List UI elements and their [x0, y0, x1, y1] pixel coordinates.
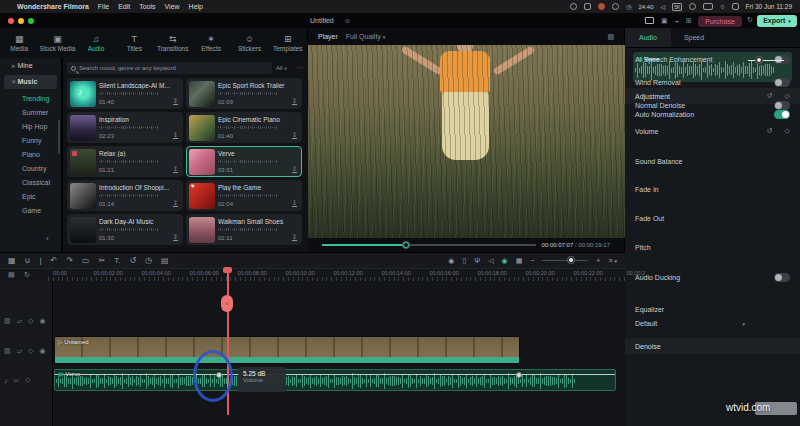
quality-dropdown[interactable]: Full Quality ▾ — [346, 33, 385, 40]
asset-tab[interactable]: ⇆ Transitions — [154, 28, 192, 58]
category-item[interactable]: Country — [0, 161, 61, 175]
status-icon-1[interactable] — [570, 3, 577, 10]
music-card[interactable]: Silent Landscape-AI M... 01:40 ↧ — [67, 78, 183, 109]
download-icon[interactable]: ↧ — [173, 98, 178, 105]
timeline-tool-icon[interactable]: ▭ — [82, 256, 90, 265]
track-header-video-2[interactable]: ▥▱◇◉ — [4, 317, 46, 325]
properties-tab[interactable]: Audio — [625, 28, 671, 47]
timeline-zoom-slider[interactable] — [542, 260, 588, 261]
volume-icon[interactable]: ◁ — [661, 3, 666, 10]
asset-tab[interactable]: T Titles — [115, 28, 153, 58]
render-preview-icon[interactable]: ↻ — [24, 271, 30, 279]
properties-tab[interactable]: Speed — [671, 28, 717, 47]
sidebar-scrollbar[interactable] — [58, 120, 60, 154]
volume-handle-2[interactable] — [516, 372, 522, 378]
sidebar-item-mine[interactable]: ▸ Mine — [0, 58, 61, 73]
menu-item[interactable]: Tools — [139, 3, 155, 10]
timeline-tool-icon[interactable]: ▦ — [8, 256, 16, 265]
category-item[interactable]: Trending — [0, 91, 61, 105]
playhead-handle[interactable]: × — [221, 295, 233, 312]
zoom-window-button[interactable] — [28, 18, 34, 24]
menu-item[interactable]: View — [165, 3, 180, 10]
equalizer-preset-dropdown[interactable]: Default ▾ — [635, 320, 745, 327]
purchase-button[interactable]: Purchase — [698, 16, 742, 27]
timeline-tool-icon[interactable]: ∪ — [25, 256, 31, 265]
asset-tab[interactable]: ▦ Media — [0, 28, 38, 58]
status-icon-2[interactable] — [584, 3, 591, 10]
audio-ducking-toggle[interactable] — [774, 273, 790, 282]
category-item[interactable]: Hip Hop — [0, 119, 61, 133]
more-options-icon[interactable]: ⋯ — [296, 64, 303, 72]
video-clip[interactable]: ▷ Untamed — [54, 336, 520, 364]
music-card[interactable]: Epic Cinematic Piano 01:40 ↧ — [186, 112, 302, 143]
search-bar[interactable]: Search mood, genre or any keyword — [67, 62, 272, 74]
download-icon[interactable]: ↧ — [292, 98, 297, 105]
timeline-tool-icon[interactable]: ↶ — [51, 256, 58, 265]
music-card[interactable]: Walkman Small Shoes 02:11 ↧ — [186, 214, 302, 245]
category-item[interactable]: Game — [0, 203, 61, 217]
denoise-toggle[interactable] — [774, 78, 790, 87]
status-icon-5[interactable] — [689, 3, 696, 10]
download-icon[interactable]: ↧ — [292, 166, 297, 173]
color-scope-icon[interactable]: ▧ — [607, 33, 614, 41]
media-icon[interactable]: ▣ — [661, 17, 668, 25]
timeline-tool-icon[interactable]: ▤ — [161, 256, 169, 265]
minimize-window-button[interactable] — [18, 18, 24, 24]
download-icon[interactable]: ↧ — [173, 234, 178, 241]
menu-item[interactable]: Help — [189, 3, 203, 10]
music-card[interactable]: Introduction Of Shoppi... 01:14 ↧ — [67, 180, 183, 211]
zoom-in-icon[interactable]: + — [596, 257, 600, 264]
status-icon-3[interactable] — [598, 3, 605, 10]
progress-knob[interactable] — [403, 242, 409, 248]
strip-slider[interactable] — [748, 60, 784, 61]
track-manager-dropdown[interactable]: ≡ ▾ — [608, 257, 617, 264]
export-button[interactable]: Export▾ — [757, 15, 797, 27]
denoise-section-header[interactable]: Denoise — [625, 338, 800, 354]
timeline-tool-icon[interactable]: ◷ — [145, 256, 152, 265]
video-preview[interactable] — [308, 45, 625, 238]
app-menu-title[interactable]: Wondershare Filmora — [17, 3, 89, 10]
volume-keyframe-icon[interactable]: ◇ — [785, 127, 790, 135]
music-card[interactable]: Epic Sport Rock Trailer 02:09 ↧ — [186, 78, 302, 109]
timeline-tool-icon[interactable]: ↷ — [66, 256, 73, 265]
playhead-marker[interactable] — [223, 267, 232, 273]
project-settings-icon[interactable]: ⊙ — [345, 17, 350, 24]
asset-tab[interactable]: ⊞ Templates — [269, 28, 307, 58]
category-item[interactable]: Epic — [0, 189, 61, 203]
category-item[interactable]: Classical — [0, 175, 61, 189]
category-item[interactable]: Piano — [0, 147, 61, 161]
zoom-out-icon[interactable]: − — [530, 257, 534, 264]
track-header-audio-1[interactable]: ♪▱◇ — [4, 376, 30, 384]
download-icon[interactable]: ↧ — [292, 234, 297, 241]
audio-mixer-icon[interactable]: ◉ — [502, 257, 508, 265]
status-icon-4[interactable] — [612, 3, 619, 10]
music-card[interactable]: Dark Day-AI Music 01:30 ↧ — [67, 214, 183, 245]
display-icon[interactable] — [645, 17, 654, 24]
audio-clip[interactable]: ▤ Verve — [54, 369, 616, 391]
menu-item[interactable]: File — [98, 3, 109, 10]
snap-icon[interactable]: ▤ — [8, 271, 15, 279]
category-item[interactable]: Funny — [0, 133, 61, 147]
timeline-tool-icon[interactable]: ✂ — [98, 256, 105, 265]
volume-rubber-band[interactable] — [55, 374, 615, 375]
timeline-tool-icon[interactable]: ↺ — [129, 256, 136, 265]
asset-tab[interactable]: ▣ Stock Media — [38, 28, 76, 58]
timeline-ruler[interactable]: ▤ ↻ 00:0000:00:02:0000:00:04:0000:00:06:… — [0, 268, 625, 281]
timeline-tool-icon[interactable]: | — [39, 256, 41, 265]
playback-progress-bar[interactable] — [322, 244, 536, 246]
menu-item[interactable]: Edit — [118, 3, 130, 10]
timeline-tool-icon[interactable]: ◉ — [448, 257, 454, 265]
sync-icon[interactable]: ↻ — [747, 16, 753, 24]
asset-tab[interactable]: ✶ Effects — [192, 28, 230, 58]
keyboard-shortcut-icon[interactable]: ▦ — [516, 257, 523, 265]
download-icon[interactable]: ↧ — [173, 132, 178, 139]
track-header-video-1[interactable]: ▥▱◇◉ — [4, 347, 46, 355]
volume-reset-icon[interactable]: ↺ — [767, 127, 773, 135]
close-window-button[interactable] — [8, 18, 14, 24]
cloud-icon[interactable]: ◒ — [675, 17, 679, 25]
user-icon[interactable] — [732, 3, 739, 10]
search-status-icon[interactable]: ○ — [720, 3, 724, 10]
download-icon[interactable]: ↧ — [292, 200, 297, 207]
music-card[interactable]: Inspiration 02:23 ↧ — [67, 112, 183, 143]
timeline-tool-icon[interactable]: ◁ — [488, 257, 493, 265]
